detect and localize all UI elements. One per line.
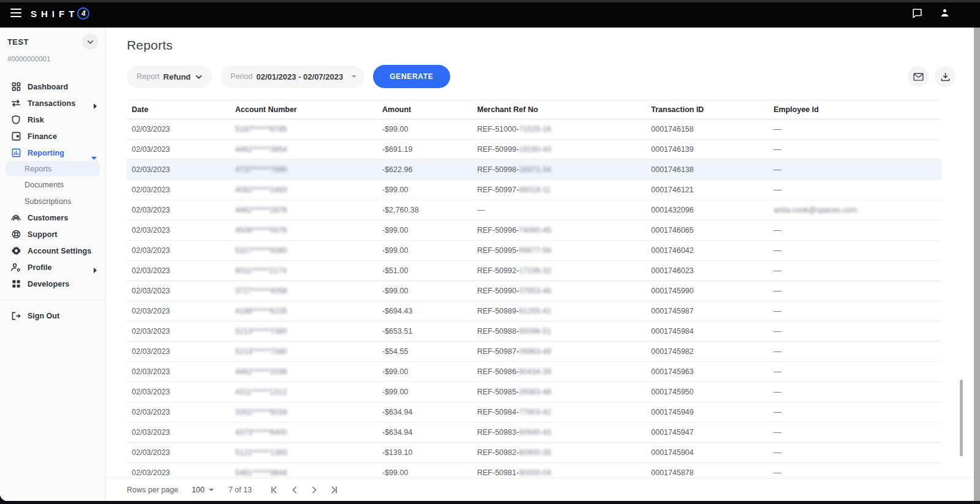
account-switcher-button[interactable]	[82, 34, 98, 50]
cell-transaction-id: 0001746121	[646, 180, 769, 200]
email-report-button[interactable]	[908, 66, 929, 87]
cell-transaction-id: 0001746042	[646, 241, 769, 261]
cell-account-number: 4462******3854	[230, 140, 377, 160]
gear-icon	[11, 246, 21, 256]
cell-date: 02/03/2023	[127, 180, 230, 200]
table-row[interactable]: 02/03/20233352******5034-$634.94REF-5098…	[127, 402, 941, 423]
table-row[interactable]: 02/03/20234506******0076-$99.00REF-50996…	[127, 220, 941, 241]
table-row[interactable]: 02/03/20234462******2876-$2,760.38—00014…	[127, 200, 941, 220]
sidebar-item-dashboard[interactable]: Dashboard	[0, 78, 105, 95]
report-type-dropdown[interactable]: Report Refund	[127, 66, 212, 88]
cell-transaction-id: 0001745949	[646, 402, 769, 423]
cell-merchant-ref-no: REF-50998-18371-34	[472, 160, 646, 180]
table-row[interactable]: 02/03/20234082******2483-$99.00REF-50997…	[127, 180, 941, 200]
table-row[interactable]: 02/03/20235327******9380-$99.00REF-50995…	[127, 241, 941, 261]
sidebar-item-developers[interactable]: Developers	[0, 276, 105, 292]
rows-per-page-select[interactable]: 100	[192, 486, 214, 494]
cell-account-number: 5122******1383	[230, 443, 377, 463]
reports-table: Date Account Number Amount Merchant Ref …	[127, 100, 941, 479]
column-header-amount: Amount	[377, 100, 472, 119]
cell-amount: -$2,760.38	[377, 200, 472, 220]
cell-amount: -$99.00	[377, 281, 472, 301]
table-row[interactable]: 02/03/20234462******3854-$691.19REF-5099…	[127, 140, 941, 160]
cell-merchant-ref-no: —	[472, 200, 646, 220]
generate-button[interactable]: GENERATE	[373, 65, 450, 88]
sidebar-item-account-settings[interactable]: Account Settings	[0, 243, 105, 259]
sidebar-item-profile[interactable]: Profile	[0, 259, 105, 276]
cell-employee-id: —	[769, 160, 941, 180]
table-row[interactable]: 02/03/20236011******2174-$51.00REF-50992…	[127, 261, 941, 281]
cell-merchant-ref-no: REF-50984-77903-42	[472, 402, 646, 423]
window-scrollbar[interactable]	[974, 28, 980, 501]
cell-employee-id: —	[769, 180, 941, 200]
sidebar-item-customers[interactable]: Customers	[0, 209, 105, 226]
cell-account-number: 5187******6785	[230, 119, 377, 140]
cell-amount: -$99.00	[377, 119, 472, 140]
cell-amount: -$51.00	[377, 261, 472, 281]
period-dropdown[interactable]: Period 02/01/2023 - 02/07/2023	[221, 66, 364, 88]
chevron-down-icon	[195, 75, 202, 79]
table-row[interactable]: 02/03/20235187******6785-$99.00REF-51000…	[127, 119, 941, 140]
table-row[interactable]: 02/03/20233727******4058-$99.00REF-50990…	[127, 281, 941, 301]
cell-transaction-id: 0001745982	[646, 342, 769, 362]
table-scrollbar-thumb[interactable]	[960, 380, 963, 456]
sidebar-item-support[interactable]: Support	[0, 226, 105, 243]
cell-account-number: 5213******7380	[230, 342, 377, 362]
developers-icon	[11, 279, 21, 289]
cell-merchant-ref-no: REF-50981-90000-04	[472, 463, 646, 480]
cell-employee-id: —	[769, 382, 941, 402]
cell-date: 02/03/2023	[127, 443, 230, 463]
cell-transaction-id: 0001745878	[646, 463, 769, 480]
page-title: Reports	[127, 38, 173, 53]
next-page-button[interactable]	[307, 483, 322, 497]
chat-icon[interactable]	[911, 7, 923, 19]
download-report-button[interactable]	[935, 66, 956, 87]
cell-merchant-ref-no: REF-50983-60940-43	[472, 423, 646, 443]
cell-merchant-ref-no: REF-50989-61255-41	[472, 301, 646, 322]
last-page-button[interactable]	[327, 483, 342, 497]
cell-employee-id: —	[769, 362, 941, 382]
cell-account-number: 3727******4058	[230, 281, 377, 301]
sign-out-button[interactable]: Sign Out	[0, 307, 105, 324]
cell-transaction-id: 0001745990	[646, 281, 769, 301]
customers-icon	[11, 213, 21, 223]
table-row[interactable]: 02/03/20234311******1312-$99.00REF-50985…	[127, 382, 941, 402]
cell-date: 02/03/2023	[127, 140, 230, 160]
sidebar-item-reports[interactable]: Reports	[6, 161, 100, 176]
cell-account-number: 4311******1312	[230, 382, 377, 402]
cell-account-number: 4737******7990	[230, 160, 377, 180]
cell-amount: -$99.00	[377, 180, 472, 200]
cell-merchant-ref-no: REF-50996-74080-45	[472, 220, 646, 241]
cell-transaction-id: 0001745984	[646, 322, 769, 342]
previous-page-button[interactable]	[287, 483, 301, 497]
sidebar-item-subscriptions[interactable]: Subscriptions	[0, 193, 105, 209]
table-row[interactable]: 02/03/20234188******6235-$694.43REF-5098…	[127, 301, 941, 322]
cell-merchant-ref-no: REF-50986-90434-39	[472, 362, 646, 382]
sidebar-item-finance[interactable]: Finance	[0, 128, 105, 145]
sidebar-item-documents[interactable]: Documents	[0, 176, 105, 193]
cell-employee-id: —	[769, 220, 941, 241]
cell-transaction-id: 0001745963	[646, 362, 769, 382]
table-row[interactable]: 02/03/20235213******7380-$653.51REF-5098…	[127, 322, 941, 342]
cell-amount: -$691.19	[377, 140, 472, 160]
sidebar-menu: Dashboard Transactions Risk	[0, 78, 105, 324]
table-row[interactable]: 02/03/20235481******9844-$99.00REF-50981…	[127, 463, 941, 480]
sidebar-item-transactions[interactable]: Transactions	[0, 95, 105, 111]
cell-employee-id: —	[769, 443, 941, 463]
hamburger-menu-icon[interactable]	[10, 9, 21, 18]
table-row[interactable]: 02/03/20234373******6400-$634.94REF-5098…	[127, 423, 941, 443]
table-row[interactable]: 02/03/20234737******7990-$622.96REF-5099…	[127, 160, 941, 180]
cell-employee-id: —	[769, 423, 941, 443]
table-row[interactable]: 02/03/20235122******1383-$139.10REF-5098…	[127, 443, 941, 463]
user-profile-icon[interactable]	[939, 7, 951, 19]
sidebar-item-risk[interactable]: Risk	[0, 111, 105, 128]
cell-transaction-id: 0001746023	[646, 261, 769, 281]
sidebar-item-reporting[interactable]: Reporting	[0, 145, 105, 161]
table-row[interactable]: 02/03/20235213******7380-$54.55REF-50987…	[127, 342, 941, 362]
first-page-button[interactable]	[266, 483, 281, 497]
cell-transaction-id: 0001745987	[646, 301, 769, 322]
chevron-right-icon	[93, 100, 97, 111]
caret-down-icon	[352, 75, 356, 78]
table-row[interactable]: 02/03/20234462******2036-$99.00REF-50986…	[127, 362, 941, 382]
cell-employee-id: —	[769, 463, 941, 480]
